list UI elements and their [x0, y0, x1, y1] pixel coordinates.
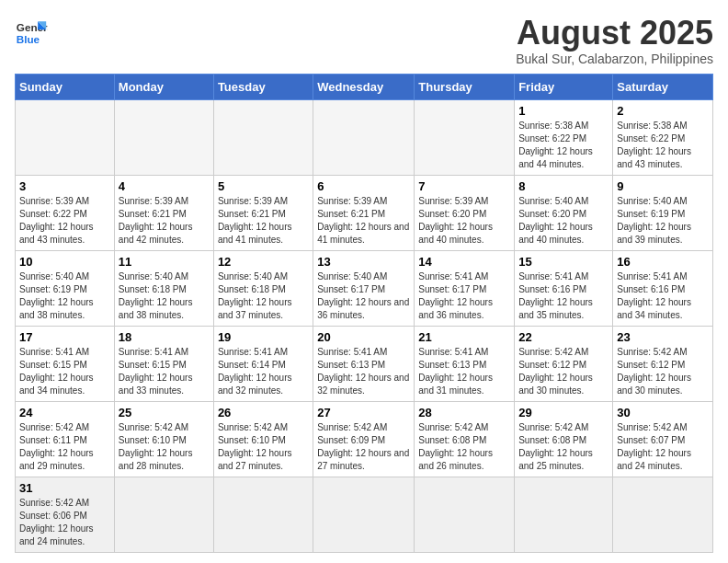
day-number: 28 — [418, 406, 510, 419]
day-info: Sunrise: 5:41 AM Sunset: 6:17 PM Dayligh… — [418, 270, 510, 322]
day-info: Sunrise: 5:42 AM Sunset: 6:10 PM Dayligh… — [218, 421, 309, 473]
day-number: 24 — [19, 406, 110, 419]
day-number: 5 — [218, 179, 309, 193]
day-info: Sunrise: 5:42 AM Sunset: 6:07 PM Dayligh… — [617, 421, 709, 473]
calendar-cell: 14Sunrise: 5:41 AM Sunset: 6:17 PM Dayli… — [415, 250, 515, 326]
calendar-cell — [114, 477, 213, 552]
day-info: Sunrise: 5:41 AM Sunset: 6:13 PM Dayligh… — [418, 346, 510, 397]
calendar-cell: 4Sunrise: 5:39 AM Sunset: 6:21 PM Daylig… — [114, 175, 213, 250]
calendar-week-1: 3Sunrise: 5:39 AM Sunset: 6:22 PM Daylig… — [16, 175, 713, 250]
day-number: 27 — [317, 406, 410, 419]
day-number: 19 — [218, 330, 309, 344]
weekday-header-thursday: Thursday — [415, 74, 515, 99]
calendar-cell: 6Sunrise: 5:39 AM Sunset: 6:21 PM Daylig… — [313, 175, 415, 250]
day-number: 29 — [518, 406, 609, 419]
weekday-header-saturday: Saturday — [613, 74, 713, 99]
calendar-cell: 29Sunrise: 5:42 AM Sunset: 6:08 PM Dayli… — [515, 401, 613, 477]
title-area: August 2025 Bukal Sur, Calabarzon, Phili… — [516, 15, 713, 66]
day-number: 16 — [617, 255, 709, 269]
day-info: Sunrise: 5:39 AM Sunset: 6:22 PM Dayligh… — [19, 195, 110, 247]
day-number: 9 — [617, 179, 709, 193]
calendar-cell: 12Sunrise: 5:40 AM Sunset: 6:18 PM Dayli… — [213, 250, 313, 326]
calendar-week-3: 17Sunrise: 5:41 AM Sunset: 6:15 PM Dayli… — [16, 326, 713, 401]
calendar-cell: 22Sunrise: 5:42 AM Sunset: 6:12 PM Dayli… — [515, 326, 613, 401]
day-info: Sunrise: 5:39 AM Sunset: 6:21 PM Dayligh… — [317, 195, 410, 247]
calendar-cell — [515, 477, 613, 552]
day-info: Sunrise: 5:42 AM Sunset: 6:12 PM Dayligh… — [617, 346, 709, 397]
day-number: 13 — [317, 255, 410, 269]
day-info: Sunrise: 5:42 AM Sunset: 6:09 PM Dayligh… — [317, 421, 410, 473]
day-info: Sunrise: 5:41 AM Sunset: 6:15 PM Dayligh… — [119, 346, 210, 397]
day-number: 30 — [617, 406, 709, 419]
weekday-header-wednesday: Wednesday — [313, 74, 415, 99]
calendar-cell — [313, 477, 415, 552]
calendar-cell: 16Sunrise: 5:41 AM Sunset: 6:16 PM Dayli… — [613, 250, 713, 326]
day-info: Sunrise: 5:40 AM Sunset: 6:17 PM Dayligh… — [317, 270, 410, 322]
day-number: 7 — [418, 179, 510, 193]
calendar-cell: 10Sunrise: 5:40 AM Sunset: 6:19 PM Dayli… — [16, 250, 115, 326]
calendar-cell: 3Sunrise: 5:39 AM Sunset: 6:22 PM Daylig… — [16, 175, 115, 250]
weekday-header-tuesday: Tuesday — [213, 74, 313, 99]
calendar-cell — [213, 477, 313, 552]
calendar-week-4: 24Sunrise: 5:42 AM Sunset: 6:11 PM Dayli… — [16, 401, 713, 477]
logo: General Blue — [15, 15, 48, 48]
day-info: Sunrise: 5:41 AM Sunset: 6:13 PM Dayligh… — [317, 346, 410, 397]
calendar-cell: 8Sunrise: 5:40 AM Sunset: 6:20 PM Daylig… — [515, 175, 613, 250]
day-info: Sunrise: 5:40 AM Sunset: 6:18 PM Dayligh… — [218, 270, 309, 322]
day-number: 17 — [19, 330, 110, 344]
day-number: 3 — [19, 179, 110, 193]
calendar-cell: 15Sunrise: 5:41 AM Sunset: 6:16 PM Dayli… — [515, 250, 613, 326]
calendar-title: August 2025 — [516, 15, 713, 52]
day-info: Sunrise: 5:40 AM Sunset: 6:20 PM Dayligh… — [518, 195, 609, 247]
day-info: Sunrise: 5:42 AM Sunset: 6:08 PM Dayligh… — [418, 421, 510, 473]
day-number: 31 — [19, 481, 110, 495]
calendar-cell: 24Sunrise: 5:42 AM Sunset: 6:11 PM Dayli… — [16, 401, 115, 477]
day-info: Sunrise: 5:41 AM Sunset: 6:16 PM Dayligh… — [518, 270, 609, 322]
calendar-body: 1Sunrise: 5:38 AM Sunset: 6:22 PM Daylig… — [16, 99, 713, 552]
day-number: 11 — [119, 255, 210, 269]
calendar-cell — [313, 99, 415, 175]
calendar-cell — [16, 99, 115, 175]
logo-icon: General Blue — [15, 15, 48, 48]
day-number: 1 — [518, 104, 609, 118]
calendar-cell — [613, 477, 713, 552]
calendar-cell: 30Sunrise: 5:42 AM Sunset: 6:07 PM Dayli… — [613, 401, 713, 477]
day-number: 22 — [518, 330, 609, 344]
day-info: Sunrise: 5:40 AM Sunset: 6:19 PM Dayligh… — [19, 270, 110, 322]
calendar-cell: 28Sunrise: 5:42 AM Sunset: 6:08 PM Dayli… — [415, 401, 515, 477]
calendar-cell: 9Sunrise: 5:40 AM Sunset: 6:19 PM Daylig… — [613, 175, 713, 250]
calendar-cell: 1Sunrise: 5:38 AM Sunset: 6:22 PM Daylig… — [515, 99, 613, 175]
day-number: 20 — [317, 330, 410, 344]
calendar-cell: 19Sunrise: 5:41 AM Sunset: 6:14 PM Dayli… — [213, 326, 313, 401]
day-number: 26 — [218, 406, 309, 419]
day-info: Sunrise: 5:38 AM Sunset: 6:22 PM Dayligh… — [518, 120, 609, 171]
calendar-cell: 21Sunrise: 5:41 AM Sunset: 6:13 PM Dayli… — [415, 326, 515, 401]
calendar-cell: 17Sunrise: 5:41 AM Sunset: 6:15 PM Dayli… — [16, 326, 115, 401]
calendar-cell — [415, 99, 515, 175]
day-info: Sunrise: 5:42 AM Sunset: 6:08 PM Dayligh… — [518, 421, 609, 473]
day-info: Sunrise: 5:39 AM Sunset: 6:21 PM Dayligh… — [119, 195, 210, 247]
calendar-week-5: 31Sunrise: 5:42 AM Sunset: 6:06 PM Dayli… — [16, 477, 713, 552]
day-number: 2 — [617, 104, 709, 118]
day-info: Sunrise: 5:42 AM Sunset: 6:12 PM Dayligh… — [518, 346, 609, 397]
calendar-cell: 2Sunrise: 5:38 AM Sunset: 6:22 PM Daylig… — [613, 99, 713, 175]
calendar-cell: 11Sunrise: 5:40 AM Sunset: 6:18 PM Dayli… — [114, 250, 213, 326]
calendar-cell: 7Sunrise: 5:39 AM Sunset: 6:20 PM Daylig… — [415, 175, 515, 250]
calendar-cell: 18Sunrise: 5:41 AM Sunset: 6:15 PM Dayli… — [114, 326, 213, 401]
day-info: Sunrise: 5:41 AM Sunset: 6:15 PM Dayligh… — [19, 346, 110, 397]
day-info: Sunrise: 5:39 AM Sunset: 6:20 PM Dayligh… — [418, 195, 510, 247]
calendar-cell — [415, 477, 515, 552]
day-number: 12 — [218, 255, 309, 269]
day-number: 10 — [19, 255, 110, 269]
calendar-cell — [114, 99, 213, 175]
svg-text:Blue: Blue — [17, 33, 40, 45]
calendar-week-2: 10Sunrise: 5:40 AM Sunset: 6:19 PM Dayli… — [16, 250, 713, 326]
calendar-week-0: 1Sunrise: 5:38 AM Sunset: 6:22 PM Daylig… — [16, 99, 713, 175]
weekday-header-sunday: Sunday — [16, 74, 115, 99]
calendar-cell: 25Sunrise: 5:42 AM Sunset: 6:10 PM Dayli… — [114, 401, 213, 477]
calendar-table: SundayMondayTuesdayWednesdayThursdayFrid… — [15, 74, 713, 553]
day-info: Sunrise: 5:39 AM Sunset: 6:21 PM Dayligh… — [218, 195, 309, 247]
calendar-cell — [213, 99, 313, 175]
day-number: 8 — [518, 179, 609, 193]
day-info: Sunrise: 5:42 AM Sunset: 6:06 PM Dayligh… — [19, 497, 110, 548]
